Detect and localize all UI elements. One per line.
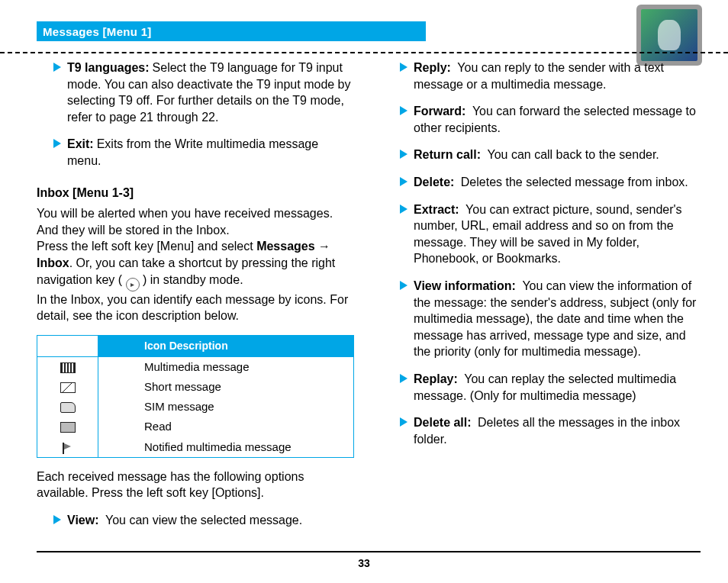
list-item: Forward: You can forward the selected me…: [383, 103, 701, 136]
bullet-icon: [400, 281, 407, 290]
item-lead: T9 languages:: [67, 61, 150, 74]
table-row: Short message: [37, 377, 354, 397]
film-icon: [60, 362, 76, 373]
table-row: Read: [37, 417, 354, 436]
arrow-text: →: [315, 240, 330, 253]
desc-cell: Notified multimedia message: [98, 437, 354, 458]
paragraph: Each received message has the following …: [37, 469, 354, 501]
item-lead: View information:: [414, 279, 519, 292]
text: You will be alerted when you have receiv…: [37, 207, 333, 237]
inbox-heading: Inbox [Menu 1-3]: [37, 185, 354, 201]
table-row: Notified multimedia message: [37, 437, 354, 458]
bullet-icon: [400, 106, 407, 115]
bullet-icon: [53, 139, 61, 148]
list-item: Delete all: Deletes all the messages in …: [383, 414, 701, 447]
bold-text: Inbox: [37, 256, 69, 269]
item-lead: Reply:: [414, 61, 454, 74]
text: Press the left soft key [Menu] and selec…: [37, 240, 256, 253]
bullet-icon: [400, 417, 407, 427]
desc-cell: Read: [98, 417, 354, 436]
icon-cell: [37, 356, 98, 377]
bullet-icon: [53, 63, 61, 72]
bullet-icon: [400, 63, 407, 72]
item-lead: Delete all:: [414, 416, 475, 429]
item-lead: View:: [67, 514, 102, 527]
text: ) in standby mode.: [140, 273, 243, 286]
item-lead: Exit:: [67, 137, 94, 150]
list-item: Return call: You can call back to the se…: [383, 147, 701, 163]
list-item: Extract: You can extract picture, sound,…: [383, 201, 701, 267]
bullet-icon: [400, 205, 407, 214]
sim-icon: [60, 402, 76, 413]
list-item: View information: You can view the infor…: [383, 278, 701, 360]
nav-right-icon: ▸: [126, 278, 140, 292]
bullet-icon: [400, 177, 407, 186]
table-row: SIM message: [37, 397, 354, 417]
desc-cell: Multimedia message: [98, 356, 354, 377]
section-title: Messages [Menu 1]: [43, 25, 152, 38]
list-item: Reply: You can reply to the sender with …: [383, 60, 701, 92]
table-header-icon: Icon: [37, 335, 98, 356]
content-columns: T9 languages:Select the T9 language for …: [37, 60, 701, 537]
bullet-icon: [53, 515, 61, 524]
header-divider: [0, 52, 728, 53]
footer-rule: [37, 551, 701, 552]
item-lead: Replay:: [414, 372, 461, 385]
item-lead: Forward:: [414, 105, 469, 118]
page-number: 33: [0, 557, 728, 569]
bullet-icon: [400, 374, 407, 383]
flag-icon: [60, 443, 76, 453]
bold-text: Messages: [256, 240, 315, 253]
icon-cell: [37, 437, 98, 458]
icon-cell: [37, 397, 98, 417]
table-row: Multimedia message: [37, 356, 354, 377]
text: In the Inbox, you can identify each mess…: [37, 293, 348, 323]
icon-cell: [37, 377, 98, 397]
item-text: Exits from the Write multimedia message …: [67, 137, 318, 167]
device-thumbnail: [636, 5, 702, 66]
item-text: You can view the selected message.: [105, 514, 302, 527]
list-item: Replay: You can replay the selected mult…: [383, 371, 701, 404]
table-header-desc: Icon Description: [98, 335, 354, 356]
item-text: You can call back to the sender.: [487, 148, 659, 161]
list-item: Delete: Deletes the selected message fro…: [383, 174, 701, 191]
read-icon: [60, 422, 76, 433]
item-lead: Extract:: [414, 203, 462, 216]
item-lead: Delete:: [414, 176, 458, 188]
desc-cell: SIM message: [98, 397, 354, 417]
list-item: Exit:Exits from the Write multimedia mes…: [37, 136, 354, 169]
list-item: View: You can view the selected message.: [37, 512, 354, 529]
desc-cell: Short message: [98, 377, 354, 397]
list-item: T9 languages:Select the T9 language for …: [37, 60, 354, 125]
item-text: Deletes the selected message from inbox.: [461, 176, 688, 188]
paragraph: You will be alerted when you have receiv…: [37, 205, 354, 324]
icon-description-table: Icon Icon Description Multimedia message…: [37, 335, 354, 458]
env-icon: [60, 382, 76, 393]
item-lead: Return call:: [414, 148, 484, 161]
section-header: Messages [Menu 1]: [37, 21, 426, 41]
bullet-icon: [400, 150, 407, 159]
icon-cell: [37, 417, 98, 436]
